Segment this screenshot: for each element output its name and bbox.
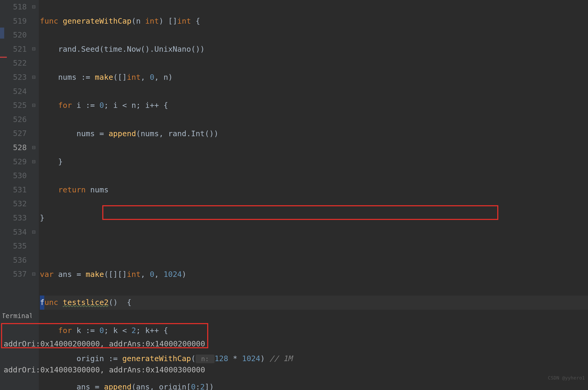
terminal-line: addrOri:0x14000200000, addrAns:0x1400020… bbox=[4, 338, 584, 350]
terminal-output[interactable]: addrOri:0x14000200000, addrAns:0x1400020… bbox=[0, 322, 588, 390]
code-editor[interactable]: 5185195205215225235245255265275285295305… bbox=[0, 0, 588, 310]
terminal-line: addrOri:0x14000300000, addrAns:0x1400030… bbox=[4, 363, 584, 376]
watermark: CSDN @yyhero1 bbox=[548, 375, 585, 381]
